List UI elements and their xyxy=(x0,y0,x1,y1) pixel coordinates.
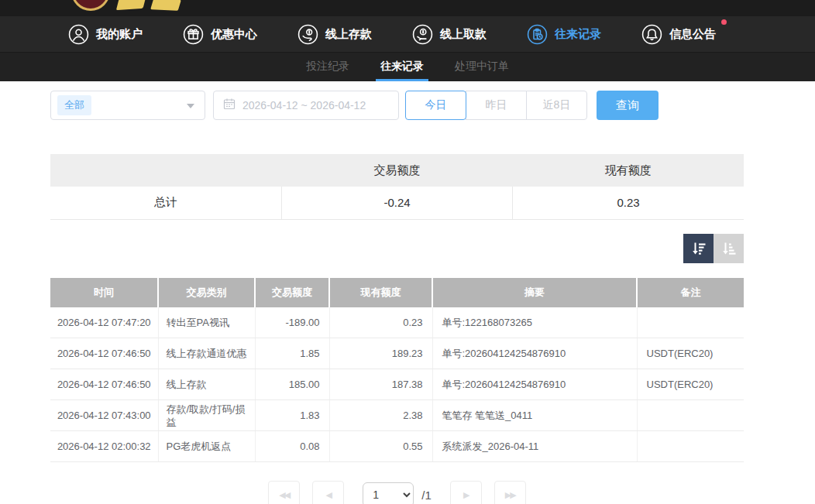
tab-transaction-records[interactable]: 往来记录 xyxy=(376,53,428,81)
first-page-button[interactable]: ◀◀ xyxy=(268,481,300,504)
cell-trade-amount: 185.00 xyxy=(255,369,329,400)
chevron-down-icon xyxy=(187,104,194,108)
brand-logo-text xyxy=(150,0,181,11)
cell-summary: 单号:122168073265 xyxy=(432,307,637,338)
quick-range-group: 今日 昨日 近8日 xyxy=(405,91,587,120)
cell-time: 2026-04-12 07:43:00 xyxy=(50,400,158,431)
col-note: 备注 xyxy=(637,278,744,307)
date-range-value: 2026-04-12 ~ 2026-04-12 xyxy=(242,99,366,111)
cell-time: 2026-04-12 07:46:50 xyxy=(50,369,158,400)
nav-label: 线上存款 xyxy=(325,27,372,42)
table-row: 2026-04-12 07:43:00 存款/取款/打码/损益 1.83 2.3… xyxy=(50,400,744,431)
next-page-button[interactable]: ▶ xyxy=(450,481,482,504)
summary-trade-amount: -0.24 xyxy=(281,187,512,219)
cell-summary: 单号:202604124254876910 xyxy=(432,369,637,400)
cell-trade-amount: 0.08 xyxy=(255,431,329,462)
table-row: 2026-04-12 02:00:32 PG老虎机返点 0.08 0.55 系统… xyxy=(50,431,744,462)
cell-note xyxy=(637,431,744,462)
records-icon xyxy=(527,24,548,45)
summary-header-balance: 现有额度 xyxy=(513,154,744,187)
cell-summary: 笔笔存 笔笔送_0411 xyxy=(432,400,637,431)
brand-logo[interactable] xyxy=(71,0,110,11)
summary-total-label: 总计 xyxy=(50,187,281,219)
sort-controls xyxy=(50,234,744,263)
cell-type: 转出至PA视讯 xyxy=(158,307,255,338)
nav-label: 我的账户 xyxy=(96,27,143,42)
records-table: 时间 交易类别 交易额度 现有额度 摘要 备注 2026-04-12 07:47… xyxy=(50,278,744,463)
date-range-input[interactable]: 2026-04-12 ~ 2026-04-12 xyxy=(213,91,399,120)
user-icon xyxy=(68,24,89,45)
cell-balance: 189.23 xyxy=(329,338,432,369)
table-row: 2026-04-12 07:46:50 线上存款 185.00 187.38 单… xyxy=(50,369,744,400)
col-type: 交易类别 xyxy=(158,278,255,307)
total-pages-label: /1 xyxy=(421,489,432,502)
cell-note: USDT(ERC20) xyxy=(637,369,744,400)
cell-note: USDT(ERC20) xyxy=(637,338,744,369)
summary-header-row: 交易额度 现有额度 xyxy=(50,154,744,187)
summary-table: 交易额度 现有额度 总计 -0.24 0.23 xyxy=(50,154,744,220)
tab-betting-records[interactable]: 投注纪录 xyxy=(301,53,354,81)
main-nav: 我的账户 优惠中心 线上存款 线上取款 xyxy=(0,16,815,52)
nav-item-online-deposit[interactable]: 线上存款 xyxy=(297,24,372,45)
tab-pending-orders[interactable]: 处理中订单 xyxy=(450,53,514,81)
nav-item-announcements[interactable]: 信息公告 xyxy=(641,24,716,45)
main-content: 全部 2026-04-12 ~ 2026-04-12 今日 昨日 近8日 查询 xyxy=(50,91,744,504)
cell-type: 线上存款通道优惠 xyxy=(158,338,255,369)
nav-label: 线上取款 xyxy=(440,27,487,42)
nav-item-my-account[interactable]: 我的账户 xyxy=(68,24,143,45)
table-row: 2026-04-12 07:47:20 转出至PA视讯 -189.00 0.23… xyxy=(50,307,744,338)
today-button[interactable]: 今日 xyxy=(405,91,466,120)
table-header-row: 时间 交易类别 交易额度 现有额度 摘要 备注 xyxy=(50,278,744,307)
cell-balance: 187.38 xyxy=(329,369,432,400)
record-tabs: 投注纪录 往来记录 处理中订单 xyxy=(0,52,815,81)
col-summary: 摘要 xyxy=(432,278,637,307)
cell-time: 2026-04-12 07:46:50 xyxy=(50,338,158,369)
cell-balance: 0.23 xyxy=(329,307,432,338)
search-button[interactable]: 查询 xyxy=(597,91,659,120)
type-filter-select[interactable]: 全部 xyxy=(50,91,205,120)
previous-page-button[interactable]: ◀ xyxy=(312,481,344,504)
cell-time: 2026-04-12 07:47:20 xyxy=(50,307,158,338)
gift-icon xyxy=(183,24,204,45)
cell-trade-amount: 1.83 xyxy=(255,400,329,431)
nav-item-transaction-records[interactable]: 往来记录 xyxy=(527,24,601,45)
cell-time: 2026-04-12 02:00:32 xyxy=(50,431,158,462)
cell-trade-amount: 1.85 xyxy=(255,338,329,369)
last-8-days-button[interactable]: 近8日 xyxy=(526,91,587,120)
nav-label: 信息公告 xyxy=(669,27,716,42)
col-balance: 现有额度 xyxy=(329,278,432,307)
summary-total-row: 总计 -0.24 0.23 xyxy=(50,187,744,219)
cell-summary: 单号:202604124254876910 xyxy=(432,338,637,369)
summary-header-trade-amount: 交易额度 xyxy=(281,154,512,187)
nav-item-online-withdraw[interactable]: 线上取款 xyxy=(412,24,487,45)
deposit-icon xyxy=(297,24,318,45)
withdraw-icon xyxy=(412,24,433,45)
cell-summary: 系统派发_2026-04-11 xyxy=(432,431,637,462)
cell-balance: 0.55 xyxy=(329,431,432,462)
notification-badge-dot xyxy=(721,19,727,25)
last-page-button[interactable]: ▶▶ xyxy=(494,481,526,504)
table-row: 2026-04-12 07:46:50 线上存款通道优惠 1.85 189.23… xyxy=(50,338,744,369)
col-time: 时间 xyxy=(50,278,158,307)
top-bar xyxy=(0,0,815,16)
col-trade-amount: 交易额度 xyxy=(255,278,329,307)
yesterday-button[interactable]: 昨日 xyxy=(466,91,527,120)
nav-item-promo-center[interactable]: 优惠中心 xyxy=(183,24,257,45)
type-filter-tag[interactable]: 全部 xyxy=(57,95,91,115)
filter-bar: 全部 2026-04-12 ~ 2026-04-12 今日 昨日 近8日 查询 xyxy=(50,91,744,120)
cell-trade-amount: -189.00 xyxy=(255,307,329,338)
calendar-icon xyxy=(223,98,236,113)
sort-descending-icon[interactable] xyxy=(683,234,714,263)
summary-balance: 0.23 xyxy=(513,187,744,219)
cell-type: 线上存款 xyxy=(158,369,255,400)
cell-type: PG老虎机返点 xyxy=(158,431,255,462)
nav-label: 优惠中心 xyxy=(211,27,257,42)
sort-ascending-icon[interactable] xyxy=(714,234,744,263)
cell-note xyxy=(637,307,744,338)
page-select[interactable]: 1 xyxy=(363,482,414,504)
bell-icon xyxy=(641,24,662,45)
cell-balance: 2.38 xyxy=(329,400,432,431)
nav-label: 往来记录 xyxy=(555,27,601,42)
summary-header-blank xyxy=(50,154,281,187)
cell-type: 存款/取款/打码/损益 xyxy=(158,400,255,431)
